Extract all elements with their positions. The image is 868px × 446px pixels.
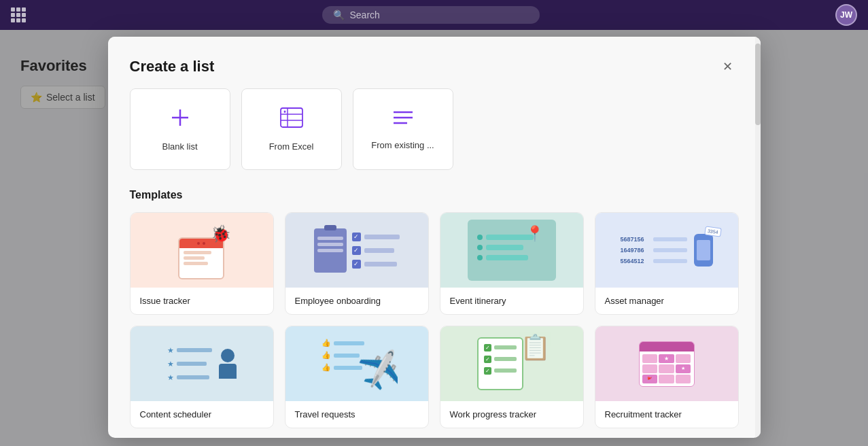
topbar-left: [11, 7, 26, 22]
templates-section-title: Templates: [130, 189, 739, 201]
asset-manager-label: Asset manager: [595, 288, 738, 314]
template-card-event-itinerary[interactable]: 📍: [440, 212, 584, 315]
work-progress-thumb: ✓ ✓ ✓: [440, 326, 583, 401]
blank-list-label: Blank list: [162, 141, 197, 152]
template-card-work-progress[interactable]: ✓ ✓ ✓: [440, 326, 584, 428]
recruitment-label: Recruitment tracker: [595, 401, 738, 428]
lines-icon: [391, 108, 415, 132]
employee-onboarding-thumb: ✓ ✓ ✓: [285, 213, 428, 288]
search-icon: 🔍: [333, 10, 345, 20]
modal-overlay: Create a list ✕ Blank list: [0, 30, 868, 446]
scrollbar-thumb[interactable]: [755, 44, 761, 125]
close-button[interactable]: ✕: [717, 56, 739, 78]
search-bar[interactable]: 🔍 Search: [322, 6, 540, 24]
options-row: Blank list From Excel: [130, 88, 739, 170]
scrollbar-track[interactable]: [755, 37, 761, 438]
from-excel-card[interactable]: From Excel: [241, 88, 342, 170]
from-existing-card[interactable]: From existing ...: [353, 88, 453, 170]
excel-icon: [279, 107, 304, 133]
template-card-issue-tracker[interactable]: 🐞 Issue tracker: [130, 212, 274, 315]
search-placeholder: Search: [350, 10, 380, 20]
issue-tracker-label: Issue tracker: [131, 288, 273, 314]
from-existing-label: From existing ...: [371, 140, 434, 150]
recruitment-thumb: ★ ★ 🚩: [595, 326, 738, 401]
template-card-asset-manager[interactable]: 5687156 1649786 5564512: [595, 212, 739, 315]
asset-manager-thumb: 5687156 1649786 5564512: [595, 213, 738, 288]
content-scheduler-thumb: ★ ★ ★: [131, 326, 273, 401]
content-scheduler-label: Content scheduler: [131, 401, 273, 428]
template-card-employee-onboarding[interactable]: ✓ ✓ ✓: [285, 212, 429, 315]
travel-requests-thumb: 👍 👍 👍: [285, 326, 428, 401]
from-excel-label: From Excel: [269, 141, 314, 152]
create-list-modal: Create a list ✕ Blank list: [108, 37, 761, 438]
plus-icon: [169, 107, 191, 133]
work-progress-label: Work progress tracker: [440, 401, 583, 428]
event-itinerary-thumb: 📍: [440, 213, 583, 288]
template-card-recruitment[interactable]: ★ ★ 🚩 Recruitment tracker: [595, 326, 739, 428]
employee-onboarding-label: Employee onboarding: [285, 288, 428, 314]
template-card-content-scheduler[interactable]: ★ ★ ★: [130, 326, 274, 428]
apps-icon[interactable]: [11, 7, 26, 22]
issue-tracker-thumb: 🐞: [131, 213, 273, 288]
modal-body: Blank list From Excel: [108, 88, 761, 438]
templates-grid: 🐞 Issue tracker: [130, 212, 739, 428]
blank-list-card[interactable]: Blank list: [130, 88, 230, 170]
travel-requests-label: Travel requests: [285, 401, 428, 428]
topbar: 🔍 Search JW: [0, 0, 868, 30]
avatar[interactable]: JW: [835, 4, 857, 26]
event-itinerary-label: Event itinerary: [440, 288, 583, 314]
modal-title: Create a list: [130, 58, 215, 75]
modal-header: Create a list ✕: [108, 37, 761, 88]
template-card-travel-requests[interactable]: 👍 👍 👍: [285, 326, 429, 428]
